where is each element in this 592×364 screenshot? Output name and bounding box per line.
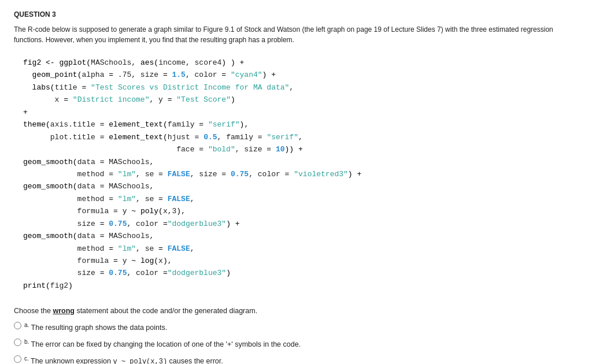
option-b: b. The error can be fixed by changing th… [14,337,578,350]
question-section: Choose the wrong statement about the cod… [14,307,578,364]
intro-text: The R-code below is supposed to generate… [14,24,569,45]
option-c-label: c. The unknown expression y ~ poly(x,3) … [24,354,223,364]
intro-content: The R-code below is supposed to generate… [14,25,553,44]
radio-b[interactable] [14,339,21,346]
question-number: QUESTION 3 [14,10,56,18]
code-line-6: theme(axis.title = element_text(family =… [23,118,569,131]
code-line-16: method = "lm", se = FALSE, [23,243,569,255]
question-header: QUESTION 3 [14,10,578,18]
code-line-4: x = "District income", y = "Test Score") [23,94,569,106]
code-line-18: size = 0.75, color ="dodgerblue3") [23,267,569,279]
code-line-1: fig2 <- ggplot(MASchools, aes(income, sc… [23,57,569,69]
code-line-2: geom_point(alpha = .75, size = 1.5, colo… [23,69,569,81]
code-line-3: labs(title = "Test Scores vs District In… [23,81,569,94]
option-b-label: b. The error can be fixed by changing th… [24,337,301,350]
code-line-14: size = 0.75, color ="dodgerblue3") + [23,218,569,230]
code-line-7: plot.title = element_text(hjust = 0.5, f… [23,131,569,143]
option-a: a. The resulting graph shows the data po… [14,321,578,333]
radio-c[interactable] [14,355,21,363]
code-line-10: method = "lm", se = FALSE, size = 0.75, … [23,168,569,180]
page: QUESTION 3 The R-code below is supposed … [0,0,592,364]
option-a-label: a. The resulting graph shows the data po… [24,321,167,333]
choose-text: Choose the wrong statement about the cod… [14,307,578,315]
option-list: a. The resulting graph shows the data po… [14,321,578,364]
code-line-13: formula = y ~ poly(x,3), [23,205,569,217]
code-line-12: method = "lm", se = FALSE, [23,193,569,205]
code-line-11: geom_smooth(data = MASchools, [23,180,569,192]
code-block: fig2 <- ggplot(MASchools, aes(income, sc… [14,52,578,299]
code-line-17: formula = y ~ log(x), [23,255,569,267]
code-line-5: + [23,106,569,118]
option-c: c. The unknown expression y ~ poly(x,3) … [14,354,578,364]
code-line-8: face = "bold", size = 10)) + [23,143,569,155]
code-line-9: geom_smooth(data = MASchools, [23,156,569,168]
radio-a[interactable] [14,322,21,329]
code-line-19: print(fig2) [23,280,569,292]
code-line-15: geom_smooth(data = MASchools, [23,230,569,242]
